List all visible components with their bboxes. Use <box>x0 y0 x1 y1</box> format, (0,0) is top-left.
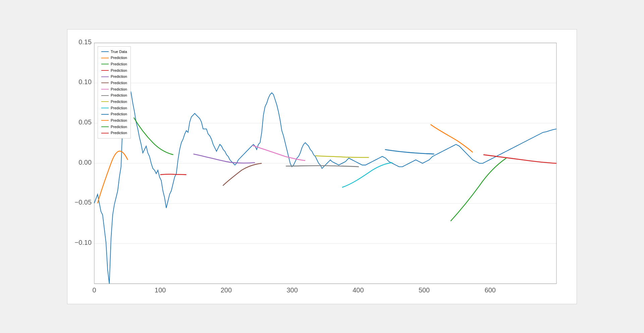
legend-color-pred-3 <box>101 70 109 71</box>
legend-item-pred-4: Prediction <box>101 73 127 80</box>
svg-text:0.10: 0.10 <box>78 78 92 85</box>
legend-label-pred-12: Prediction <box>111 124 127 130</box>
legend-item-pred-8: Prediction <box>101 99 127 105</box>
legend-item-pred-2: Prediction <box>101 61 127 67</box>
legend-item-pred-12: Prediction <box>101 124 127 130</box>
prediction-line-3 <box>160 174 186 174</box>
legend-item-pred-11: Prediction <box>101 117 127 124</box>
chart-container: True Data Prediction Prediction Predicti… <box>67 29 577 304</box>
legend-color-pred-5 <box>101 82 109 83</box>
legend-color-pred-4 <box>101 76 109 77</box>
legend-color-pred-11 <box>101 120 109 121</box>
legend-label-pred-7: Prediction <box>111 92 127 99</box>
legend-color-pred-10 <box>101 114 109 115</box>
prediction-line-12 <box>450 158 506 221</box>
legend-label-pred-4: Prediction <box>111 73 127 80</box>
legend-color-true-data <box>101 51 109 52</box>
legend-color-pred-1 <box>101 58 109 58</box>
legend-item-pred-1: Prediction <box>101 55 127 61</box>
legend-item-pred-13: Prediction <box>101 130 127 136</box>
chart-legend: True Data Prediction Prediction Predicti… <box>98 46 131 139</box>
legend-item-pred-7: Prediction <box>101 92 127 99</box>
prediction-line-5 <box>223 163 262 186</box>
legend-color-pred-9 <box>101 108 109 108</box>
legend-item-pred-10: Prediction <box>101 111 127 117</box>
prediction-line-6 <box>252 145 305 160</box>
legend-label-pred-10: Prediction <box>111 111 127 117</box>
legend-color-pred-7 <box>101 95 109 96</box>
chart-svg: 0.15 0.10 0.05 0.00 −0.05 −0.10 0 100 20… <box>94 43 556 284</box>
legend-item-pred-3: Prediction <box>101 67 127 74</box>
true-data-line <box>94 88 556 284</box>
legend-label-pred-9: Prediction <box>111 105 127 111</box>
legend-label-pred-3: Prediction <box>111 67 127 74</box>
legend-label-pred-6: Prediction <box>111 86 127 93</box>
svg-text:500: 500 <box>419 286 430 293</box>
legend-item-pred-6: Prediction <box>101 86 127 93</box>
svg-text:0.05: 0.05 <box>78 118 92 125</box>
prediction-line-1 <box>98 151 128 203</box>
svg-text:−0.05: −0.05 <box>75 198 92 206</box>
legend-color-pred-8 <box>101 101 109 102</box>
legend-label-pred-2: Prediction <box>111 61 127 67</box>
prediction-line-7 <box>286 165 359 166</box>
legend-color-pred-12 <box>101 126 109 127</box>
prediction-line-4 <box>194 154 255 163</box>
prediction-line-8 <box>315 156 369 157</box>
legend-color-pred-6 <box>101 89 109 90</box>
legend-label-true-data: True Data <box>111 49 127 55</box>
svg-text:100: 100 <box>155 286 166 293</box>
svg-text:600: 600 <box>485 286 496 293</box>
legend-label-pred-5: Prediction <box>111 80 127 86</box>
legend-item-pred-9: Prediction <box>101 105 127 111</box>
prediction-line-13 <box>483 155 556 163</box>
legend-item-pred-5: Prediction <box>101 80 127 86</box>
prediction-line-10 <box>385 149 434 154</box>
legend-label-pred-8: Prediction <box>111 99 127 105</box>
chart-area: True Data Prediction Prediction Predicti… <box>94 43 556 284</box>
svg-text:0.15: 0.15 <box>78 38 92 45</box>
legend-color-pred-13 <box>101 133 109 133</box>
prediction-line-11 <box>431 124 473 152</box>
legend-item-true-data: True Data <box>101 49 127 55</box>
svg-text:0: 0 <box>92 286 96 293</box>
svg-text:−0.10: −0.10 <box>75 238 92 246</box>
svg-text:200: 200 <box>221 286 232 293</box>
legend-label-pred-1: Prediction <box>111 55 127 61</box>
svg-text:0.00: 0.00 <box>78 158 92 166</box>
svg-text:300: 300 <box>286 286 298 293</box>
legend-color-pred-2 <box>101 64 109 64</box>
legend-label-pred-11: Prediction <box>111 117 127 124</box>
legend-label-pred-13: Prediction <box>111 130 127 136</box>
svg-text:400: 400 <box>353 286 364 293</box>
